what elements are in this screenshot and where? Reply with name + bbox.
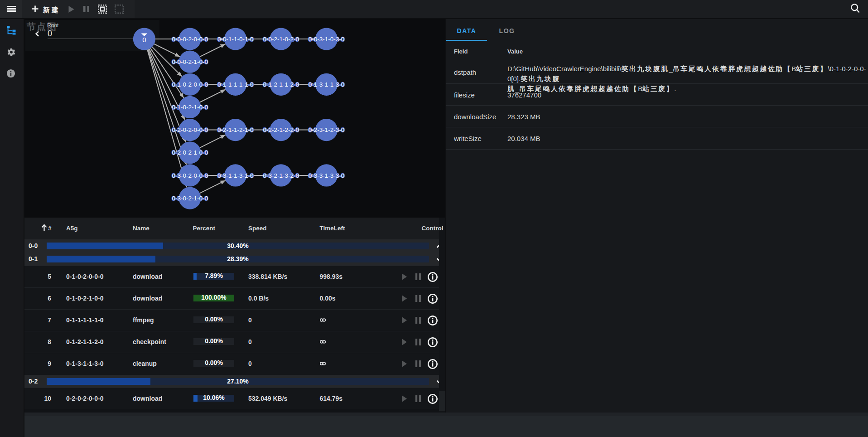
svg-text:0-0-2-1-0-2-0: 0-0-2-1-0-2-0 (263, 36, 299, 43)
svg-text:0-1-2-1-1-2-0: 0-1-2-1-1-2-0 (263, 81, 299, 88)
svg-text:0-0-0-2-1-0-0: 0-0-0-2-1-0-0 (172, 58, 208, 65)
svg-text:0: 0 (142, 36, 146, 44)
svg-text:0-2-1-1-2-1-0: 0-2-1-1-2-1-0 (217, 126, 254, 133)
svg-text:0-2-0-2-0-0-0: 0-2-0-2-0-0-0 (172, 126, 208, 133)
svg-text:0-2-0-2-1-0-0: 0-2-0-2-1-0-0 (172, 149, 208, 156)
svg-text:0-3-3-1-3-3-0: 0-3-3-1-3-3-0 (309, 172, 345, 179)
svg-text:0-1-0-2-1-0-0: 0-1-0-2-1-0-0 (172, 104, 208, 111)
svg-text:0-1-0-2-0-0-0: 0-1-0-2-0-0-0 (172, 81, 208, 88)
svg-text:0-0-0-2-0-0-0: 0-0-0-2-0-0-0 (172, 36, 208, 43)
svg-text:0-2-3-1-2-3-0: 0-2-3-1-2-3-0 (309, 126, 345, 133)
svg-text:0-3-2-1-3-2-0: 0-3-2-1-3-2-0 (263, 172, 299, 179)
svg-text:0-2-2-1-2-2-0: 0-2-2-1-2-2-0 (263, 126, 299, 133)
svg-text:0-1-1-1-1-1-0: 0-1-1-1-1-1-0 (217, 81, 254, 88)
svg-text:0-1-3-1-1-3-0: 0-1-3-1-1-3-0 (309, 81, 345, 88)
svg-text:0-3-1-1-3-1-0: 0-3-1-1-3-1-0 (217, 172, 254, 179)
svg-text:0-0-1-1-0-1-0: 0-0-1-1-0-1-0 (217, 36, 254, 43)
svg-text:0-0-3-1-0-3-0: 0-0-3-1-0-3-0 (309, 36, 345, 43)
svg-text:0-3-0-2-1-0-0: 0-3-0-2-1-0-0 (172, 195, 208, 202)
svg-text:0-3-0-2-0-0-0: 0-3-0-2-0-0-0 (172, 172, 208, 179)
